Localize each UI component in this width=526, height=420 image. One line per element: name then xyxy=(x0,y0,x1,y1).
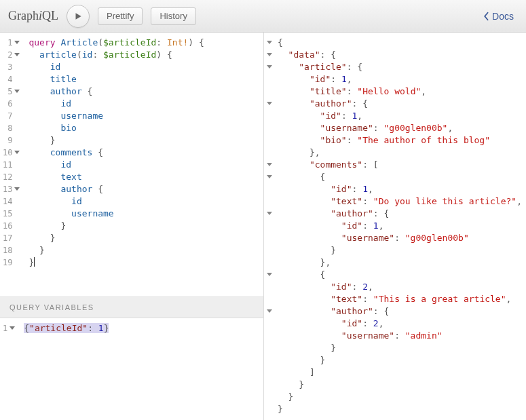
query-editor[interactable]: 1 2 3 4 5 6 7 8 9 10 11 12 13 14 15 16 1… xyxy=(0,33,263,297)
result-pane: { "data": { "article": { "id": 1, "title… xyxy=(264,33,526,420)
query-gutter: 1 2 3 4 5 6 7 8 9 10 11 12 13 14 15 16 1… xyxy=(0,33,23,297)
app-logo: GraphiQL xyxy=(8,9,58,23)
qv-gutter: 1 xyxy=(0,318,18,420)
qv-code[interactable]: {"articleId": 1} xyxy=(18,318,263,420)
result-gutter xyxy=(264,33,274,420)
top-bar: GraphiQL Prettify History Docs xyxy=(0,0,526,33)
docs-label: Docs xyxy=(492,11,514,22)
history-button[interactable]: History xyxy=(151,7,195,25)
play-icon xyxy=(73,12,83,21)
text-cursor xyxy=(34,257,35,267)
query-variables-editor[interactable]: 1 {"articleId": 1} xyxy=(0,318,263,420)
execute-button[interactable] xyxy=(67,5,90,28)
prettify-button[interactable]: Prettify xyxy=(98,7,143,25)
docs-toggle[interactable]: Docs xyxy=(478,8,518,24)
left-pane: 1 2 3 4 5 6 7 8 9 10 11 12 13 14 15 16 1… xyxy=(0,33,264,420)
query-code[interactable]: query Article($articleId: Int!) { articl… xyxy=(23,33,263,297)
query-variables-header[interactable]: Query Variables xyxy=(0,297,263,318)
result-code[interactable]: { "data": { "article": { "id": 1, "title… xyxy=(274,33,526,420)
main-area: 1 2 3 4 5 6 7 8 9 10 11 12 13 14 15 16 1… xyxy=(0,33,526,420)
chevron-left-icon xyxy=(483,12,489,21)
